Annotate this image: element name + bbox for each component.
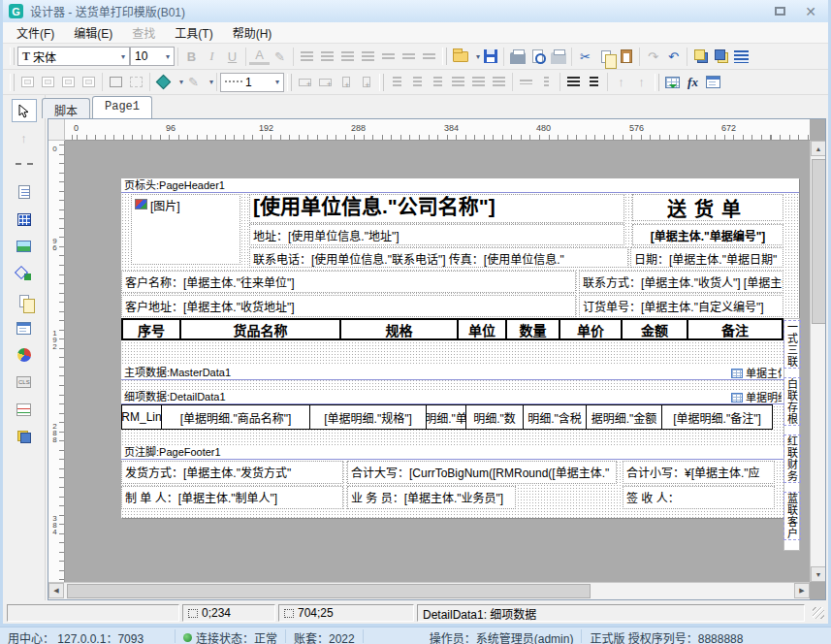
border-all-button[interactable] — [17, 72, 38, 92]
detail-cell[interactable]: 明细."单 — [426, 405, 465, 429]
rotate-right-button[interactable]: ↑ — [631, 72, 652, 92]
band-detaildata[interactable]: 细项数据:DetailData1 单据明细 — [121, 390, 799, 404]
align-left-button[interactable] — [297, 47, 317, 67]
align-rights-button[interactable] — [428, 72, 448, 92]
ole-tool[interactable] — [12, 370, 37, 394]
total-words-field[interactable]: 合计大写：[CurrToBigNum([RMRound([单据主体." — [347, 461, 617, 484]
phone-fax-field[interactable]: 联系电话：[使用单位信息."联系电话"] 传真：[使用单位信息." — [249, 247, 628, 268]
align-middles-button[interactable] — [468, 72, 489, 92]
table-header-cell[interactable]: 单位 — [457, 320, 505, 338]
detail-cell[interactable]: [单据明细."商品名称"] — [161, 405, 309, 429]
scroll-right-icon[interactable]: ▶ — [794, 583, 810, 598]
align-bottoms-button[interactable] — [489, 72, 509, 92]
line-color-button[interactable]: ✎ — [183, 72, 204, 92]
detail-cell[interactable]: 明细."含税 — [523, 405, 586, 429]
detail-cell[interactable]: RM_Lin — [122, 405, 161, 429]
insert-row-below-button[interactable] — [315, 72, 336, 92]
detail-row[interactable]: RM_Lin [单据明细."商品名称"] [单据明细."规格"] 明细."单 明… — [121, 404, 773, 430]
highlight-pen-button[interactable]: ✎ — [270, 47, 290, 67]
send-to-back-button[interactable] — [711, 47, 731, 67]
report-canvas[interactable]: 页标头:PageHeader1 [图片] [使用单位信息."公司名称"] 送货单… — [65, 141, 810, 582]
report-page[interactable]: 页标头:PageHeader1 [图片] [使用单位信息."公司名称"] 送货单… — [121, 178, 799, 518]
image-placeholder[interactable]: [图片] — [131, 194, 240, 265]
detaildata-source-badge[interactable]: 单据明细 — [731, 391, 782, 404]
doc-no-field[interactable]: [单据主体."单据编号"] — [632, 224, 783, 245]
print-preview-button[interactable] — [527, 47, 548, 67]
toolbar-grip[interactable] — [10, 48, 15, 65]
chart-tool[interactable] — [12, 343, 37, 367]
align-tops-button[interactable] — [448, 72, 468, 92]
insert-column-right-button[interactable] — [356, 72, 376, 92]
band-tool[interactable] — [12, 153, 37, 177]
table-header-cell[interactable]: 数量 — [505, 320, 559, 338]
open-dropdown[interactable]: ▾ — [470, 47, 480, 67]
horizontal-scrollbar[interactable]: ◀ ▶ — [48, 582, 810, 599]
label-tool[interactable] — [12, 180, 37, 204]
address-field[interactable]: 地址：[使用单位信息."地址"] — [249, 224, 624, 245]
field-box-tool[interactable] — [12, 208, 37, 231]
insert-column-left-button[interactable] — [336, 72, 356, 92]
rotate-left-button[interactable]: ↑ — [611, 72, 631, 92]
select-tool[interactable] — [12, 99, 37, 122]
close-icon[interactable]: ✕ — [805, 7, 816, 16]
font-color-button[interactable]: A — [249, 48, 270, 65]
masterdata-source-badge[interactable]: 单据主体 — [731, 367, 782, 380]
horizontal-scroll-thumb[interactable] — [67, 584, 591, 598]
band-pageheader[interactable]: 页标头:PageHeader1 — [121, 178, 799, 193]
image-tool[interactable] — [12, 235, 37, 258]
expression-editor-button[interactable]: fx — [683, 72, 703, 92]
resize-grip[interactable] — [813, 607, 824, 619]
scroll-down-icon[interactable]: ▼ — [811, 566, 826, 582]
border-vertical-button[interactable] — [79, 72, 99, 92]
tab-script[interactable]: 脚本 — [42, 98, 90, 118]
menu-help[interactable]: 帮助(H) — [223, 21, 282, 44]
line-width-combo[interactable]: 1 ▾ — [220, 73, 284, 92]
toolbar-grip[interactable] — [287, 74, 292, 91]
total-amount-field[interactable]: 合计小写：¥[单据主体."应 — [623, 461, 775, 484]
border-none-button[interactable] — [126, 72, 146, 92]
copy-button[interactable] — [595, 47, 616, 67]
copies-strip-segment[interactable]: 一式三联 — [783, 320, 801, 369]
scroll-up-icon[interactable]: ▲ — [811, 141, 826, 156]
contact-field[interactable]: 联系方式：[单据主体."收货人"] [单据主体."收货人电 — [579, 271, 783, 293]
underline-button[interactable]: U — [222, 47, 242, 67]
menu-file[interactable]: 文件(F) — [7, 21, 64, 44]
company-name-field[interactable]: [使用单位信息."公司名称"] — [249, 194, 624, 223]
menu-edit[interactable]: 编辑(E) — [64, 21, 122, 44]
valign-bottom-button[interactable] — [419, 47, 439, 67]
maker-field[interactable]: 制 单 人：[单据主体."制单人"] — [121, 486, 343, 509]
menu-tools[interactable]: 工具(T) — [165, 21, 222, 44]
bold-button[interactable]: B — [181, 47, 202, 67]
band-masterdata[interactable]: 主项数据:MasterData1 单据主体 — [121, 366, 799, 380]
table-header-cell[interactable]: 金额 — [621, 320, 687, 338]
align-right-button[interactable] — [337, 47, 358, 67]
receiver-field[interactable]: 签 收 人： — [623, 486, 775, 509]
fill-color-dropdown[interactable]: ▾ — [174, 72, 183, 92]
copies-strip-segment[interactable]: 红联财务 — [783, 435, 801, 483]
align-lefts-button[interactable] — [387, 72, 407, 92]
customer-address-field[interactable]: 客户地址：[单据主体."收货地址"] — [121, 295, 576, 317]
print-button[interactable] — [507, 47, 527, 67]
data-grid-dropdown-button[interactable] — [662, 72, 683, 92]
salesman-field[interactable]: 业 务 员：[单据主体."业务员"] — [347, 486, 516, 509]
order-no-field[interactable]: 订货单号：[单据主体."自定义编号"] — [579, 295, 783, 317]
toolbar-grip[interactable] — [655, 74, 659, 91]
vertical-scroll-thumb[interactable] — [812, 159, 826, 324]
valign-top-button[interactable] — [378, 47, 399, 67]
toolbar-grip[interactable] — [10, 74, 15, 91]
detail-cell[interactable]: 明细."数 — [465, 405, 523, 429]
detail-cell[interactable]: [单据明细."规格"] — [309, 405, 426, 429]
align-center-button[interactable] — [317, 47, 337, 67]
table-header-cell[interactable]: 备注 — [687, 320, 782, 338]
border-box-button[interactable] — [106, 72, 126, 92]
table-header-cell[interactable]: 序号 — [123, 320, 179, 338]
barcode-tool[interactable] — [12, 398, 37, 421]
align-justify-button[interactable] — [358, 47, 378, 67]
border-horizontal-button[interactable] — [58, 72, 79, 92]
italic-button[interactable]: I — [202, 47, 222, 67]
same-width-button[interactable] — [516, 72, 536, 92]
open-button[interactable] — [450, 47, 470, 67]
customer-name-field[interactable]: 客户名称：[单据主体."往来单位"] — [121, 271, 576, 293]
print-setup-button[interactable] — [548, 47, 568, 67]
shape-tool[interactable] — [12, 262, 37, 285]
